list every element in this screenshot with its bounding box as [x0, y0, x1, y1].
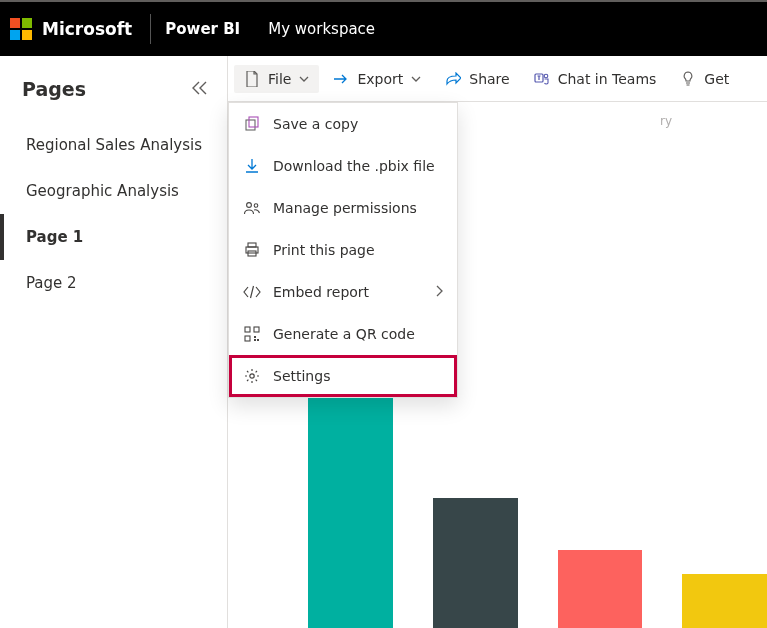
page-tab[interactable]: Geographic Analysis [0, 168, 227, 214]
svg-rect-12 [254, 336, 256, 338]
svg-rect-11 [245, 336, 250, 341]
menu-print-page[interactable]: Print this page [229, 229, 457, 271]
menu-label: Manage permissions [273, 200, 443, 216]
obscured-canvas-text: ry [660, 114, 672, 128]
svg-point-4 [247, 203, 252, 208]
chat-label: Chat in Teams [558, 71, 657, 87]
menu-manage-permissions[interactable]: Manage permissions [229, 187, 457, 229]
menu-label: Generate a QR code [273, 326, 443, 342]
svg-rect-3 [249, 117, 258, 127]
export-label: Export [357, 71, 403, 87]
chart-bar[interactable] [558, 550, 643, 628]
page-label: Page 2 [26, 274, 77, 292]
page-tab[interactable]: Page 2 [0, 260, 227, 306]
share-icon [445, 71, 461, 87]
code-icon [243, 283, 261, 301]
file-dropdown-menu: Save a copy Download the .pbix file Mana… [228, 102, 458, 398]
file-menu-button[interactable]: File [234, 65, 319, 93]
menu-download-pbix[interactable]: Download the .pbix file [229, 145, 457, 187]
workspace-name[interactable]: My workspace [268, 20, 375, 38]
report-canvas-area: File Export Share [228, 56, 767, 628]
menu-label: Embed report [273, 284, 423, 300]
sidebar-title: Pages [22, 78, 86, 100]
menu-label: Download the .pbix file [273, 158, 443, 174]
page-label: Page 1 [26, 228, 83, 246]
page-label: Geographic Analysis [26, 182, 179, 200]
powerbi-brand: Power BI [165, 20, 240, 38]
share-label: Share [469, 71, 509, 87]
app-header: Microsoft Power BI My workspace [0, 2, 767, 56]
share-button[interactable]: Share [435, 65, 519, 93]
copy-icon [243, 115, 261, 133]
export-icon [333, 71, 349, 87]
get-insights-button[interactable]: Get [670, 65, 739, 93]
insights-label: Get [704, 71, 729, 87]
chevron-down-icon [299, 73, 309, 84]
lightbulb-icon [680, 71, 696, 87]
download-icon [243, 157, 261, 175]
svg-point-5 [254, 204, 258, 208]
page-label: Regional Sales Analysis [26, 136, 202, 154]
report-toolbar: File Export Share [228, 56, 767, 102]
qr-icon [243, 325, 261, 343]
svg-point-1 [544, 74, 548, 78]
chevron-down-icon [411, 73, 421, 84]
svg-rect-9 [245, 327, 250, 332]
menu-generate-qr[interactable]: Generate a QR code [229, 313, 457, 355]
svg-rect-6 [248, 243, 256, 247]
svg-rect-13 [257, 339, 259, 341]
menu-label: Print this page [273, 242, 443, 258]
teams-icon [534, 71, 550, 87]
menu-label: Settings [273, 368, 443, 384]
pages-sidebar: Pages Regional Sales Analysis Geographic… [0, 56, 228, 628]
menu-settings[interactable]: Settings [229, 355, 457, 397]
people-icon [243, 199, 261, 217]
chevron-right-icon [435, 285, 443, 300]
svg-rect-14 [254, 339, 256, 341]
menu-embed-report[interactable]: Embed report [229, 271, 457, 313]
page-tab-active[interactable]: Page 1 [0, 214, 227, 260]
collapse-sidebar-icon[interactable] [191, 79, 209, 99]
svg-rect-2 [246, 120, 255, 130]
page-tab[interactable]: Regional Sales Analysis [0, 122, 227, 168]
microsoft-logo-icon [10, 18, 32, 40]
chart-bar[interactable] [682, 574, 767, 628]
chart-bar[interactable] [433, 498, 518, 628]
export-menu-button[interactable]: Export [323, 65, 431, 93]
file-label: File [268, 71, 291, 87]
menu-save-a-copy[interactable]: Save a copy [229, 103, 457, 145]
file-icon [244, 71, 260, 87]
microsoft-brand: Microsoft [42, 19, 132, 39]
chat-in-teams-button[interactable]: Chat in Teams [524, 65, 667, 93]
print-icon [243, 241, 261, 259]
bar-chart [248, 392, 767, 628]
chart-bar[interactable] [308, 392, 393, 628]
gear-icon [243, 367, 261, 385]
svg-rect-10 [254, 327, 259, 332]
svg-point-15 [250, 374, 254, 378]
header-divider [150, 14, 151, 44]
menu-label: Save a copy [273, 116, 443, 132]
